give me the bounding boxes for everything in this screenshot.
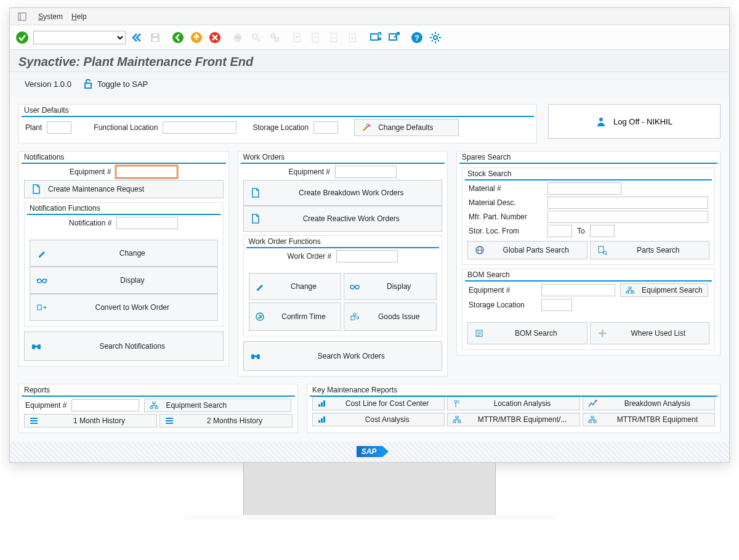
save-icon[interactable] [148, 30, 163, 45]
global-parts-search-button[interactable]: Global Parts Search [467, 241, 587, 259]
mttr-short-button[interactable]: MTTR/MTBR Equipment [583, 413, 715, 426]
wo-display-label: Display [366, 282, 431, 291]
wo-display-button[interactable]: Display [344, 273, 437, 300]
svg-rect-31 [38, 305, 41, 310]
toggle-sap-button[interactable]: Toggle to SAP [83, 78, 148, 89]
funcloc-field[interactable] [163, 121, 236, 134]
wo-goods-button[interactable]: Goods Issue [344, 302, 437, 331]
find-icon[interactable] [249, 30, 264, 45]
window-menu-icon[interactable] [15, 9, 30, 24]
svg-text:?: ? [414, 33, 419, 43]
search-notifications-button[interactable]: Search Notifications [24, 331, 224, 361]
svg-point-1 [16, 31, 28, 44]
material-no-field[interactable] [547, 182, 621, 195]
notif-change-button[interactable]: Change [30, 240, 218, 267]
settings-icon[interactable] [428, 30, 443, 45]
svg-rect-49 [631, 291, 634, 293]
svg-rect-42 [254, 355, 257, 357]
wo-number-field[interactable] [336, 250, 398, 262]
notification-functions-group: Notification Functions Notification # Ch… [24, 202, 224, 327]
bom-equip-field[interactable] [541, 284, 615, 296]
svg-point-36 [355, 285, 359, 289]
logoff-label: Log Off - NIKHIL [613, 117, 672, 126]
create-breakdown-button[interactable]: Create Breakdown Work Orders [243, 180, 443, 206]
wo-confirm-button[interactable]: Confirm Time [249, 302, 342, 331]
mttr-long-button[interactable]: MTTR/MTBR Equipment/... [447, 413, 579, 426]
stor-to-field[interactable] [590, 225, 615, 237]
search-work-orders-label: Search Work Orders [267, 352, 436, 360]
one-month-label: 1 Month History [46, 416, 153, 425]
notif-convert-button[interactable]: Convert to Work Order [30, 294, 218, 321]
key-reports-group: Key Maintenance Reports Cost Line for Co… [307, 384, 721, 433]
change-defaults-button[interactable]: Change Defaults [354, 119, 459, 136]
bom-equip-search-button[interactable]: Equipment Search [620, 283, 708, 297]
plant-label: Plant [25, 123, 42, 132]
location-analysis-label: Location Analysis [469, 399, 575, 408]
print-icon[interactable] [230, 30, 245, 45]
nav-back-icon[interactable] [171, 30, 185, 45]
search-work-orders-button[interactable]: Search Work Orders [243, 341, 443, 371]
location-analysis-button[interactable]: Location Analysis [447, 397, 579, 410]
page-last-icon[interactable] [345, 30, 360, 45]
svg-rect-66 [591, 416, 594, 418]
svg-rect-3 [153, 38, 158, 41]
wo-change-button[interactable]: Change [249, 273, 342, 300]
svg-point-26 [366, 124, 368, 125]
mfr-part-field[interactable] [547, 211, 708, 223]
menu-help[interactable]: Help [71, 12, 87, 21]
new-session-icon[interactable] [368, 30, 383, 45]
logoff-button[interactable]: Log Off - NIKHIL [548, 104, 721, 139]
work-order-functions-legend: Work Order Functions [248, 237, 322, 246]
menu-system[interactable]: System [38, 12, 63, 21]
notif-display-button[interactable]: Display [30, 267, 218, 294]
cost-analysis-button[interactable]: Cost Analysis [312, 413, 445, 426]
goods-icon [349, 312, 360, 321]
bom-search-button[interactable]: BOM Search [467, 322, 587, 344]
two-month-history-button[interactable]: 2 Months History [160, 414, 293, 428]
reports-equip-search-button[interactable]: Equipment Search [144, 399, 291, 412]
notif-equip-field[interactable] [116, 166, 177, 178]
svg-rect-55 [318, 404, 320, 407]
page-up-icon[interactable] [309, 30, 323, 45]
back-double-icon[interactable] [129, 30, 144, 45]
pencil-icon [36, 249, 47, 258]
storloc-field[interactable] [313, 121, 338, 134]
notification-functions-legend: Notification Functions [28, 204, 102, 213]
cost-line-button[interactable]: Cost Line for Cost Center [312, 397, 445, 410]
svg-rect-39 [353, 314, 356, 316]
svg-rect-16 [331, 33, 337, 42]
page-first-icon[interactable] [290, 30, 305, 45]
user-icon [596, 116, 606, 126]
user-defaults-legend: User Defaults [23, 106, 70, 115]
svg-point-5 [172, 32, 184, 43]
notif-convert-label: Convert to Work Order [54, 303, 211, 312]
reports-equip-field[interactable] [71, 399, 139, 412]
reports-equip-search-label: Equipment Search [166, 401, 227, 410]
stor-from-field[interactable] [547, 225, 572, 237]
help-icon[interactable]: ? [410, 30, 424, 45]
page-down-icon[interactable] [327, 30, 342, 45]
create-maint-request-button[interactable]: Create Maintenance Request [24, 180, 224, 198]
one-month-history-button[interactable]: 1 Month History [24, 414, 157, 428]
notif-number-field[interactable] [116, 217, 178, 229]
find-next-icon[interactable] [267, 30, 282, 45]
where-used-button[interactable]: Where Used List [590, 322, 709, 344]
material-desc-field[interactable] [547, 197, 708, 209]
plant-field[interactable] [47, 121, 71, 134]
command-field[interactable] [33, 31, 126, 44]
create-reactive-button[interactable]: Create Reactive Work Orders [243, 206, 443, 232]
bom-icon [474, 329, 485, 338]
svg-rect-53 [150, 407, 153, 408]
svg-point-58 [454, 400, 457, 403]
parts-search-button[interactable]: Parts Search [590, 241, 709, 259]
nav-exit-icon[interactable] [189, 30, 204, 45]
breakdown-analysis-button[interactable]: Breakdown Analysis [583, 397, 715, 410]
ok-icon[interactable] [15, 30, 30, 45]
shortcut-icon[interactable] [387, 30, 402, 45]
wo-equip-field[interactable] [335, 166, 397, 178]
wo-change-label: Change [272, 282, 336, 291]
global-parts-label: Global Parts Search [491, 246, 580, 254]
svg-rect-61 [321, 418, 323, 423]
nav-cancel-icon[interactable] [208, 30, 222, 45]
bom-storloc-field[interactable] [541, 299, 572, 311]
